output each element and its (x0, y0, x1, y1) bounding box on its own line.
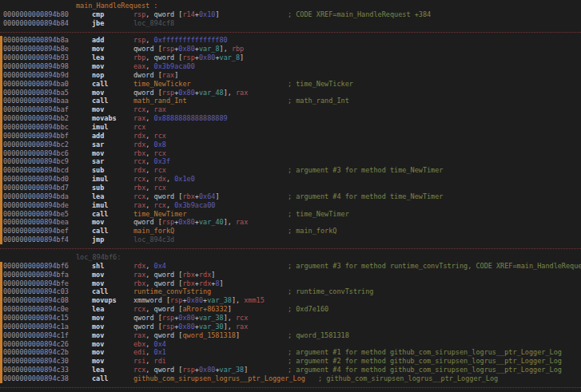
instruction-address: 0000000000894c1f (3, 331, 69, 340)
comment: ; argument #4 for method github_com_siru… (288, 366, 562, 374)
operand-token: rdi (154, 357, 166, 365)
instruction-row[interactable]: 0000000000894b8emovqword [rsp+0x80+var_8… (0, 45, 581, 53)
operand-token: rbx (182, 271, 194, 279)
coverage-bar (0, 287, 2, 296)
operands: rbx, rcx (133, 149, 166, 158)
operands: rbp, qword [rsp+0x80+var_8] (133, 53, 244, 62)
instruction-row[interactable]: 0000000000894c1amovqword [rsp+0x80+var_3… (0, 323, 581, 331)
instruction-address: 0000000000894baa (3, 97, 69, 105)
coverage-bar (0, 184, 2, 192)
operand-token: 0x4 (154, 340, 166, 348)
instruction-row[interactable]: 0000000000894bbcimulrcx (0, 123, 581, 132)
coverage-bar (0, 149, 2, 158)
operand-token: , (145, 175, 153, 183)
instruction-address: 0000000000894baf (3, 105, 69, 114)
operands: runtime_convTstring (133, 287, 211, 296)
operand-token: rsp (133, 36, 145, 44)
operand-token: 0x3f (154, 157, 170, 165)
operands: rdx, 0x4 (133, 262, 166, 271)
operand-token: rcx (154, 132, 166, 140)
instruction-address: 0000000000894c0e (3, 305, 69, 314)
instruction-row[interactable]: 0000000000894ba0calltime_NewTicker; time… (0, 80, 581, 89)
instruction-row[interactable]: 0000000000894bfamovrax, qword [rbx+rdx] (0, 271, 581, 279)
instruction-row[interactable]: 0000000000894c1fmovrax, qword [qword_158… (0, 331, 581, 340)
instruction-row[interactable]: 0000000000894b98moveax, 0x3b9aca00 (0, 62, 581, 71)
instruction-row[interactable]: 0000000000894c15movqword [rsp+0x80+var_3… (0, 314, 581, 323)
instruction-row[interactable]: 0000000000894c38callgithub_com_sirupsen_… (0, 374, 581, 383)
coverage-bar (0, 166, 2, 175)
instruction-row[interactable]: 0000000000894bc9sarrcx, 0x3f (0, 157, 581, 166)
instruction-row[interactable]: 0000000000894b8aaddrsp, 0xffffffffffffff… (0, 36, 581, 45)
comment: ; qword_1581318 (288, 331, 349, 340)
instruction-row[interactable]: 0000000000894bc6movrbx, rcx (0, 149, 581, 158)
instruction-row[interactable]: 0000000000894bbfaddrdx, rcx (0, 132, 581, 141)
operand-token: , (145, 348, 153, 356)
operand-token: ] (220, 279, 224, 287)
instruction-row[interactable]: 0000000000894c2bmovedi, 0x1; argument #1… (0, 348, 581, 357)
operands: dword [rax] (133, 71, 178, 80)
instruction-row[interactable]: 0000000000894beamovqword [rsp+0x80+var_4… (0, 218, 581, 227)
operands: rdx, 0x8 (133, 141, 166, 149)
instruction-row[interactable]: 0000000000894bdalearcx, qword [rbx+0x64]… (0, 192, 581, 201)
instruction-row[interactable]: 0000000000894baacallmath_rand_Int; math_… (0, 97, 581, 105)
operand-token: time_NewTicker (133, 80, 191, 88)
coverage-bar (0, 366, 2, 374)
instruction-row[interactable]: 0000000000894bafmovrcx, rax (0, 105, 581, 114)
operand-token: 0xffffffffffffff80 (154, 36, 228, 44)
instruction-row[interactable]: 0000000000894bf4jmploc_894c3d (0, 236, 581, 244)
instruction-row[interactable]: 0000000000894bc2sarrdx, 0x8 (0, 141, 581, 149)
instruction-row[interactable]: 0000000000894bb2movabsrax, 0x88888888888… (0, 114, 581, 123)
block-separator-row (0, 244, 581, 253)
coverage-bar (0, 236, 2, 244)
label-row[interactable]: main_HandleRequest : (0, 2, 581, 10)
operands: qword [rsp+0x80+var_48], rax (133, 89, 248, 97)
operand-token: rbx (133, 149, 145, 157)
instruction-row[interactable]: 0000000000894ba5movqword [rsp+0x80+var_4… (0, 89, 581, 97)
coverage-bar (0, 71, 2, 80)
operand-token: var_30 (199, 323, 224, 331)
operand-token: ], (224, 218, 236, 226)
instruction-row[interactable]: 0000000000894befcallmain_forkQ; main_for… (0, 227, 581, 236)
operand-token: 0x64 (199, 192, 215, 200)
instruction-row[interactable]: 0000000000894c08movupsxmmword [rsp+0x80+… (0, 296, 581, 305)
instruction-row[interactable]: 0000000000894be5calltime_NewTimer; time_… (0, 210, 581, 219)
instruction-row[interactable]: 0000000000894bdeimulrax, rcx, 0x3b9aca00 (0, 201, 581, 210)
operand-token: , (145, 262, 153, 270)
coverage-bar (0, 105, 2, 114)
operand-token: , qword [ (145, 305, 182, 313)
mnemonic: mov (92, 62, 104, 71)
instruction-row[interactable]: 0000000000894bd7subrbx, rcx (0, 184, 581, 192)
label-row[interactable]: loc_894bf6: (0, 253, 581, 262)
instruction-row[interactable]: 0000000000894bfemovrbx, qword [rbx+rdx+8… (0, 279, 581, 288)
instruction-address: 0000000000894bbc (3, 123, 69, 132)
instruction-row[interactable]: 0000000000894bf6shlrdx, 0x4; argument #3… (0, 262, 581, 271)
instruction-row[interactable]: 0000000000894bcdsubrdx, rcx; argument #3… (0, 166, 581, 175)
operand-token: ] (244, 366, 248, 374)
comment: ; time_NewTimer (288, 210, 349, 219)
instruction-row[interactable]: 0000000000894b84jbeloc_894cf8 (0, 19, 581, 28)
operands: rax, qword [qword_1581318] (133, 331, 240, 340)
instruction-row[interactable]: 0000000000894bd0imulrcx, rdx, 0x1e0 (0, 175, 581, 184)
mnemonic: mov (92, 314, 104, 323)
operands: xmmword [rsp+0x80+var_38], xmm15 (133, 296, 265, 305)
operands: rsp, 0xffffffffffffff80 (133, 36, 228, 45)
instruction-row[interactable]: 0000000000894b80cmprsp, qword [r14+0x10]… (0, 10, 581, 19)
instruction-address: 0000000000894bc2 (3, 141, 69, 149)
instruction-row[interactable]: 0000000000894c33learcx, qword [rsp+0x80+… (0, 366, 581, 374)
block-separator-row (0, 28, 581, 37)
comment: ; CODE XREF=main_HandleRequest +384 (288, 10, 431, 19)
instruction-row[interactable]: 0000000000894b93learbp, qword [rsp+0x80+… (0, 53, 581, 62)
instruction-address: 0000000000894ba0 (3, 80, 69, 89)
instruction-row[interactable]: 0000000000894c30movrsi, rdi; argument #2… (0, 357, 581, 366)
mnemonic: mov (92, 323, 104, 331)
operand-token: ] (215, 10, 219, 18)
instruction-row[interactable]: 0000000000894b9dnopdword [rax] (0, 71, 581, 80)
instruction-address: 0000000000894bfe (3, 279, 69, 288)
instruction-row[interactable]: 0000000000894c03callruntime_convTstring;… (0, 287, 581, 296)
instruction-address: 0000000000894bea (3, 218, 69, 227)
operands: rcx, qword [rsp+0x80+var_38] (133, 366, 248, 374)
instruction-row[interactable]: 0000000000894c0elearcx, qword [aRror+863… (0, 305, 581, 314)
operand-token: , (145, 357, 153, 365)
instruction-row[interactable]: 0000000000894c26movebx, 0x4 (0, 340, 581, 349)
operand-token: 0x80 (187, 296, 203, 304)
